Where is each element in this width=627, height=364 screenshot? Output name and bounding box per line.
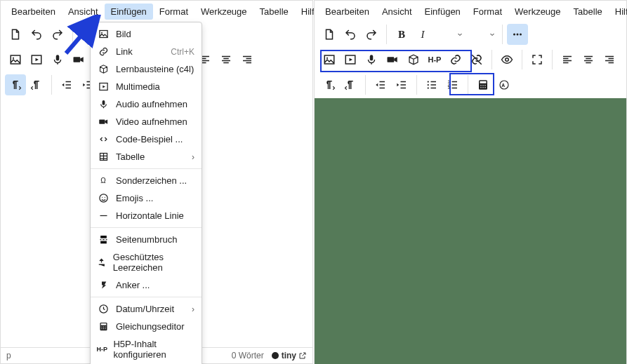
chevron-down-button[interactable] [454, 24, 466, 45]
menu-item-audio-aufnehmen[interactable]: Audio aufnehmen [91, 95, 202, 113]
toolbar-row3 [315, 73, 627, 98]
number-list-button[interactable] [442, 74, 463, 95]
align-left-button[interactable] [557, 49, 578, 70]
media-play-button[interactable] [26, 49, 47, 70]
menu-item-h5p-inhalt-konfigurieren[interactable]: H-PH5P-Inhalt konfigurieren [91, 335, 202, 363]
fullscreen-button[interactable] [527, 49, 548, 70]
bullet-list-button[interactable] [421, 74, 442, 95]
menu-item-sonderzeichen-[interactable]: Sonderzeichen ... [91, 172, 202, 189]
mic-button[interactable] [47, 49, 68, 70]
menu-item-tabelle[interactable]: Tabelle› [91, 148, 202, 166]
emoji-icon [96, 193, 110, 203]
menu-item-ansicht[interactable]: Ansicht [62, 4, 105, 20]
menu-item-anker-[interactable]: Anker ... [91, 276, 202, 294]
align-center-button[interactable] [216, 49, 237, 70]
menu-item-label: Gleichungseditor [116, 321, 185, 332]
undo-button[interactable] [26, 24, 47, 45]
h5p-button[interactable]: H-P [424, 49, 445, 70]
menu-item-format[interactable]: Format [467, 4, 508, 20]
menu-separator [91, 168, 202, 169]
menu-item-gesch-tztes-leerzeichen[interactable]: Geschütztes Leerzeichen [91, 248, 202, 276]
menubar: BearbeitenAnsichtEinfügenFormatWerkzeuge… [1, 1, 312, 21]
svg-point-31 [272, 352, 279, 359]
menu-item-label: Sonderzeichen ... [116, 175, 187, 186]
more-button[interactable] [507, 24, 528, 45]
menu-item-ansicht[interactable]: Ansicht [376, 4, 418, 20]
menu-item-seitenumbruch[interactable]: Seitenumbruch [91, 231, 202, 248]
rtl-button[interactable] [26, 74, 47, 95]
indent-button[interactable] [391, 74, 412, 95]
italic-button[interactable]: I [412, 24, 433, 45]
menu-item-emojis-[interactable]: Emojis ... [91, 189, 202, 207]
mic-icon [51, 53, 64, 66]
clock-icon [96, 304, 110, 314]
toolbar-row1: BI [315, 21, 626, 48]
unlink-button[interactable] [466, 49, 487, 70]
redo-button[interactable] [47, 24, 68, 45]
align-right-button[interactable] [599, 49, 620, 70]
redo-button[interactable] [361, 24, 382, 45]
image-icon [96, 29, 110, 39]
align-center-button[interactable] [578, 49, 599, 70]
ltr-button[interactable] [5, 74, 26, 95]
menu-item-einfügen[interactable]: Einfügen [418, 4, 467, 20]
play-icon [96, 81, 110, 92]
preview-button[interactable] [496, 49, 517, 70]
word-count[interactable]: 0 Wörter [232, 351, 264, 360]
menu-item-hilfe[interactable]: Hilfe [609, 4, 627, 20]
menu-item-label: Audio aufnehmen [116, 99, 187, 109]
image-button[interactable] [5, 49, 26, 70]
nbsp-icon [96, 257, 107, 268]
align-right-button[interactable] [237, 49, 258, 70]
menu-item-link[interactable]: LinkCtrl+K [91, 43, 202, 60]
document-icon [323, 28, 336, 41]
menu-item-tabelle[interactable]: Tabelle [567, 4, 609, 20]
chem-button[interactable] [494, 74, 515, 95]
preview-icon [501, 53, 513, 66]
undo-button[interactable] [340, 24, 361, 45]
menu-item-format[interactable]: Format [153, 4, 194, 20]
link-button[interactable] [445, 49, 466, 70]
menu-item-bild[interactable]: Bild [91, 25, 202, 43]
highlight-button[interactable] [466, 24, 487, 45]
videocam-button[interactable] [68, 49, 89, 70]
menu-item-bearbeiten[interactable]: Bearbeiten [319, 4, 376, 20]
mic-button[interactable] [361, 49, 382, 70]
menu-item-datum-uhrzeit[interactable]: Datum/Uhrzeit› [91, 300, 202, 318]
menu-item-multimedia[interactable]: Multimedia [91, 78, 202, 95]
outdent-button[interactable] [56, 74, 77, 95]
document-button[interactable] [319, 24, 340, 45]
bold-icon: B [398, 29, 405, 41]
ltr-button[interactable] [319, 74, 340, 95]
menu-item-horizontale-linie[interactable]: Horizontale Linie [91, 207, 202, 224]
menu-item-bearbeiten[interactable]: Bearbeiten [5, 4, 62, 20]
h5p-icon: H-P [428, 55, 442, 64]
highlight-icon [470, 28, 482, 41]
menu-item-tabelle[interactable]: Tabelle [253, 4, 295, 20]
image-button[interactable] [319, 49, 340, 70]
editor-surface[interactable] [315, 98, 626, 364]
element-path[interactable]: p [6, 351, 11, 360]
table-icon [96, 151, 110, 162]
media-play-button[interactable] [340, 49, 361, 70]
outdent-button[interactable] [370, 74, 391, 95]
chevron-down-button[interactable] [487, 24, 498, 45]
menu-item-werkzeuge[interactable]: Werkzeuge [194, 4, 253, 20]
tiny-brand[interactable]: tiny [271, 351, 307, 360]
menu-item-lernbausteine-c4l-[interactable]: Lernbausteine (c4l) [91, 60, 202, 78]
package-button[interactable] [403, 49, 424, 70]
rtl-button[interactable] [340, 74, 361, 95]
textcolor-button[interactable] [433, 24, 454, 45]
menu-item-werkzeuge[interactable]: Werkzeuge [508, 4, 567, 20]
menu-item-label: Horizontale Linie [116, 210, 184, 221]
document-button[interactable] [5, 24, 26, 45]
videocam-button[interactable] [382, 49, 403, 70]
bold-button[interactable]: B [391, 24, 412, 45]
mic-icon [365, 53, 378, 66]
menu-item-gleichungseditor[interactable]: Gleichungseditor [91, 318, 202, 335]
equation-button[interactable] [473, 74, 494, 95]
document-icon [9, 28, 22, 41]
menu-item-code-beispiel-[interactable]: Code-Beispiel ... [91, 130, 202, 148]
menu-item-video-aufnehmen[interactable]: Video aufnehmen [91, 113, 202, 130]
menu-item-einfügen[interactable]: Einfügen [105, 4, 153, 20]
